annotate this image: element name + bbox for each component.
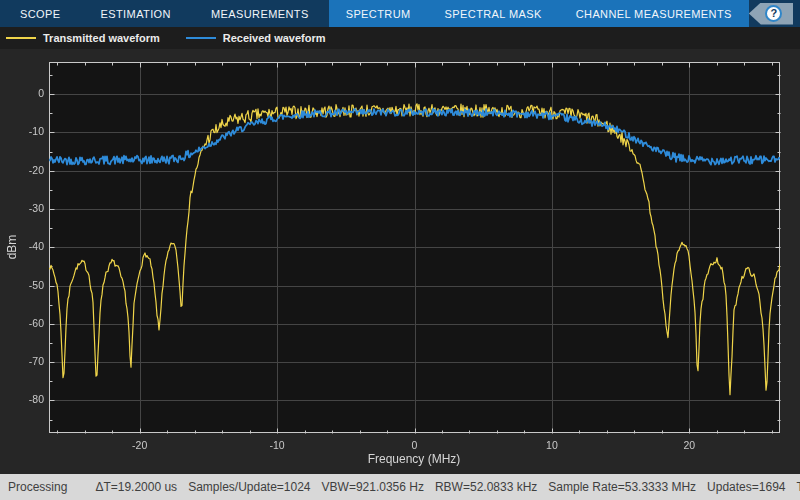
y-tick-label: -80	[0, 393, 44, 405]
legend-label: Received waveform	[223, 32, 326, 44]
y-tick-label: -20	[0, 164, 44, 176]
x-tick-label: 10	[546, 439, 558, 451]
tab-measurements[interactable]: MEASUREMENTS	[191, 0, 329, 27]
legend-bar: Transmitted waveformReceived waveform	[0, 27, 800, 49]
status-item: T=0.03	[797, 480, 800, 494]
legend-label: Transmitted waveform	[43, 32, 160, 44]
y-tick-label: -40	[0, 240, 44, 252]
y-tick-label: -60	[0, 317, 44, 329]
x-tick-label: 20	[683, 439, 695, 451]
spectrum-plot-canvas[interactable]	[0, 49, 800, 474]
status-item: Samples/Update=1024	[188, 480, 310, 494]
tab-spectrum[interactable]: SPECTRUM	[329, 0, 428, 27]
status-item: Updates=1694	[707, 480, 785, 494]
figure-area: dBm Frequency (MHz) 0-10-20-30-40-50-60-…	[0, 49, 800, 474]
legend-item-transmitted-waveform[interactable]: Transmitted waveform	[6, 32, 160, 44]
x-tick-label: -20	[132, 439, 147, 451]
tab-group-main: SCOPEESTIMATIONMEASUREMENTS	[0, 0, 329, 27]
status-item: VBW=921.0356 Hz	[322, 480, 424, 494]
status-item: RBW=52.0833 kHz	[435, 480, 537, 494]
legend-item-received-waveform[interactable]: Received waveform	[186, 32, 326, 44]
status-item: Sample Rate=53.3333 MHz	[548, 480, 696, 494]
legend-line-swatch	[186, 37, 216, 39]
y-tick-label: 0	[0, 87, 44, 99]
status-bar: Processing ΔT=19.2000 usSamples/Update=1…	[0, 474, 800, 500]
x-tick-label: 0	[412, 439, 418, 451]
y-tick-label: -50	[0, 279, 44, 291]
toolstrip-tabbar: SCOPEESTIMATIONMEASUREMENTS SPECTRUMSPEC…	[0, 0, 800, 27]
status-items: ΔT=19.2000 usSamples/Update=1024VBW=921.…	[95, 480, 800, 494]
help-icon: ?	[765, 5, 782, 22]
tab-estimation[interactable]: ESTIMATION	[81, 0, 191, 27]
y-tick-label: -10	[0, 125, 44, 137]
help-glyph: ?	[771, 8, 778, 19]
y-tick-label: -70	[0, 355, 44, 367]
status-item: ΔT=19.2000 us	[95, 480, 177, 494]
tab-spectral-mask[interactable]: SPECTRAL MASK	[428, 0, 559, 27]
x-axis-label: Frequency (MHz)	[368, 452, 461, 466]
tab-channel-measurements[interactable]: CHANNEL MEASUREMENTS	[559, 0, 749, 27]
status-state: Processing	[8, 480, 67, 494]
legend-line-swatch	[6, 37, 36, 39]
y-tick-label: -30	[0, 202, 44, 214]
tab-group-spectrum: SPECTRUMSPECTRAL MASKCHANNEL MEASUREMENT…	[329, 0, 749, 27]
x-tick-label: -10	[270, 439, 285, 451]
help-button[interactable]: ?	[749, 3, 793, 25]
tab-scope[interactable]: SCOPE	[0, 0, 81, 27]
spectrum-analyzer-window: SCOPEESTIMATIONMEASUREMENTS SPECTRUMSPEC…	[0, 0, 800, 500]
